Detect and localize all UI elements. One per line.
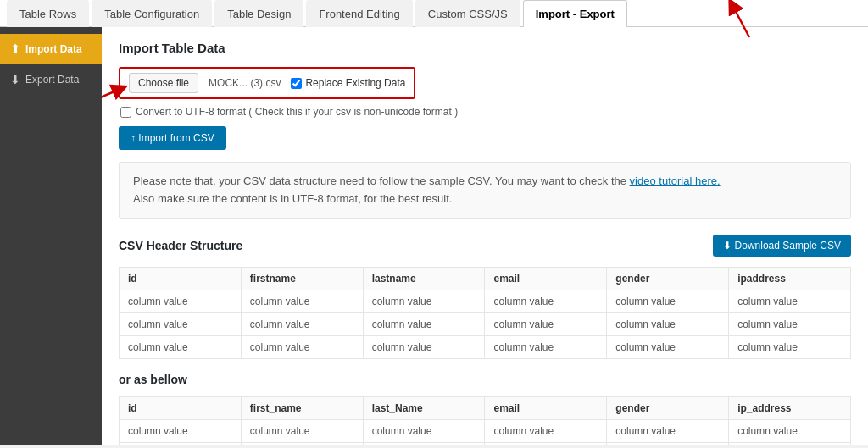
export-icon: ⬇ — [10, 73, 20, 86]
table-header: email — [485, 267, 607, 290]
table-header: firstname — [241, 267, 363, 290]
table-cell: column value — [120, 442, 242, 445]
table-cell: column value — [485, 312, 607, 335]
download-sample-csv-button[interactable]: ⬇ Download Sample CSV — [713, 235, 851, 257]
table-header: ipaddress — [729, 267, 851, 290]
table-row: column valuecolumn valuecolumn valuecolu… — [120, 290, 851, 312]
table-header: gender — [607, 267, 729, 290]
table-cell: column value — [607, 442, 729, 445]
table-header: ip_address — [729, 396, 851, 419]
table-cell: column value — [120, 312, 242, 335]
import-from-csv-button[interactable]: ↑ Import from CSV — [119, 126, 226, 150]
sidebar-item-import-data[interactable]: ⬆ Import Data — [0, 34, 102, 64]
tab-table-design[interactable]: Table Design — [214, 0, 303, 27]
table-cell: column value — [363, 290, 485, 312]
section-title: Import Table Data — [119, 41, 851, 55]
tab-import-export[interactable]: Import - Export — [523, 0, 627, 27]
table-cell: column value — [729, 335, 851, 358]
sidebar-item-export-label: Export Data — [25, 74, 79, 86]
convert-utf8-checkbox[interactable] — [120, 107, 131, 118]
table-cell: column value — [729, 419, 851, 442]
table-cell: column value — [729, 442, 851, 445]
csv-structure-title: CSV Header Structure — [119, 239, 242, 252]
replace-existing-checkbox[interactable] — [291, 78, 302, 89]
table-header: id — [120, 267, 242, 290]
table-cell: column value — [485, 290, 607, 312]
table-cell: column value — [485, 335, 607, 358]
table-cell: column value — [241, 419, 363, 442]
file-name-display: MOCK... (3).csv — [209, 77, 281, 89]
sidebar: ⬆ Import Data ⬇ Export Data — [0, 27, 102, 445]
table-cell: column value — [729, 312, 851, 335]
csv-table-1: idfirstnamelastnameemailgenderipaddress … — [119, 267, 851, 359]
table-header: lastname — [363, 267, 485, 290]
table-cell: column value — [241, 442, 363, 445]
video-tutorial-link[interactable]: video tutorial here. — [630, 174, 721, 187]
table-row: column valuecolumn valuecolumn valuecolu… — [120, 419, 851, 442]
table-cell: column value — [607, 290, 729, 312]
table-cell: column value — [120, 419, 242, 442]
table-cell: column value — [729, 290, 851, 312]
table-row: column valuecolumn valuecolumn valuecolu… — [120, 335, 851, 358]
info-text-1: Please note that, your CSV data structur… — [133, 174, 626, 187]
table-header: first_name — [241, 396, 363, 419]
table-cell: column value — [363, 442, 485, 445]
table-header: last_Name — [363, 396, 485, 419]
convert-utf8-label[interactable]: Convert to UTF-8 format ( Check this if … — [120, 106, 851, 118]
csv-table-2: idfirst_namelast_Nameemailgenderip_addre… — [119, 396, 851, 445]
import-icon: ⬆ — [10, 42, 20, 56]
info-box: Please note that, your CSV data structur… — [119, 162, 851, 219]
tab-table-configuration[interactable]: Table Configuration — [92, 0, 212, 27]
replace-existing-label[interactable]: Replace Existing Data — [291, 77, 405, 89]
choose-file-button[interactable]: Choose file — [129, 73, 198, 93]
table-cell: column value — [120, 335, 242, 358]
csv-structure-header: CSV Header Structure ⬇ Download Sample C… — [119, 235, 851, 257]
table-cell: column value — [241, 290, 363, 312]
tab-frontend-editing[interactable]: Frontend Editing — [306, 0, 412, 27]
sidebar-item-export-data[interactable]: ⬇ Export Data — [0, 64, 102, 95]
top-nav: Table Rows Table Configuration Table Des… — [0, 0, 868, 27]
table-row: column valuecolumn valuecolumn valuecolu… — [120, 442, 851, 445]
table-cell: column value — [607, 419, 729, 442]
table-cell: column value — [241, 335, 363, 358]
table-header: email — [485, 396, 607, 419]
main-content: Import Table Data Choose file MOCK... (3… — [102, 27, 868, 445]
table-header: id — [120, 396, 242, 419]
table-cell: column value — [363, 335, 485, 358]
table-cell: column value — [607, 312, 729, 335]
table-header: gender — [607, 396, 729, 419]
table-row: column valuecolumn valuecolumn valuecolu… — [120, 312, 851, 335]
table-cell: column value — [485, 442, 607, 445]
info-text-2: Also make sure the content is in UTF-8 f… — [133, 192, 452, 205]
table-cell: column value — [485, 419, 607, 442]
table-cell: column value — [363, 419, 485, 442]
table-cell: column value — [363, 312, 485, 335]
convert-utf8-row: Convert to UTF-8 format ( Check this if … — [120, 106, 851, 118]
sidebar-item-import-label: Import Data — [25, 43, 82, 55]
table-cell: column value — [120, 290, 242, 312]
tab-table-rows[interactable]: Table Rows — [7, 0, 89, 27]
table-cell: column value — [241, 312, 363, 335]
or-as-bellow: or as bellow — [119, 373, 851, 386]
tab-custom-cssjs[interactable]: Custom CSS/JS — [415, 0, 520, 27]
table-cell: column value — [607, 335, 729, 358]
